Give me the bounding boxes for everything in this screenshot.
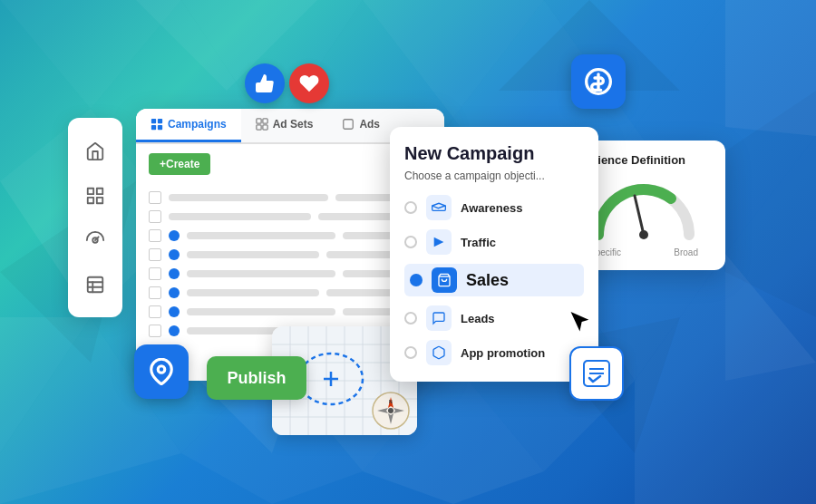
traffic-icon-box <box>426 229 452 255</box>
svg-point-50 <box>639 230 648 239</box>
awareness-radio <box>404 201 417 214</box>
svg-rect-32 <box>97 197 102 202</box>
thumbs-up-icon <box>254 73 276 94</box>
location-pin-icon <box>148 358 175 385</box>
row-dot <box>169 230 180 241</box>
checklist-icon <box>580 357 613 390</box>
app-promo-radio <box>404 346 417 359</box>
gauge-chart <box>585 176 703 244</box>
row-checkbox[interactable] <box>149 305 161 318</box>
svg-rect-30 <box>97 188 102 193</box>
leads-radio <box>404 312 417 325</box>
modal-title: New Campaign <box>404 143 584 164</box>
row-checkbox[interactable] <box>149 248 161 261</box>
awareness-label: Awareness <box>461 201 522 215</box>
svg-rect-40 <box>158 119 162 123</box>
svg-rect-42 <box>158 125 162 130</box>
app-promo-icon-box <box>426 340 452 365</box>
reaction-container <box>245 63 329 103</box>
sidebar-item-grid[interactable] <box>83 183 108 208</box>
row-bar <box>169 213 311 220</box>
svg-rect-47 <box>344 120 354 130</box>
row-checkbox[interactable] <box>149 325 161 337</box>
row-dot <box>169 306 180 317</box>
objective-awareness[interactable]: Awareness <box>404 195 584 220</box>
objective-leads[interactable]: Leads <box>404 305 584 331</box>
row-checkbox[interactable] <box>149 267 161 280</box>
row-bar <box>187 270 335 277</box>
row-dot <box>169 325 180 336</box>
tab-campaigns[interactable]: Campaigns <box>136 109 241 142</box>
gauge-label-broad: Broad <box>674 247 698 257</box>
svg-rect-45 <box>257 125 261 130</box>
svg-rect-31 <box>88 197 93 202</box>
objective-traffic[interactable]: Traffic <box>404 229 584 255</box>
leads-label: Leads <box>461 312 495 325</box>
traffic-label: Traffic <box>461 236 496 249</box>
row-checkbox[interactable] <box>149 191 161 204</box>
svg-rect-43 <box>257 119 261 123</box>
publish-button[interactable]: Publish <box>207 356 306 400</box>
row-dot <box>169 268 180 279</box>
tab-ads[interactable]: Ads <box>327 109 394 142</box>
row-checkbox[interactable] <box>149 229 161 242</box>
cursor-icon <box>568 306 594 335</box>
checklist-card[interactable] <box>569 346 624 401</box>
create-button[interactable]: +Create <box>149 153 210 175</box>
row-dot <box>169 249 180 260</box>
publish-label: Publish <box>227 369 286 388</box>
sidebar <box>68 118 122 317</box>
svg-rect-29 <box>88 188 93 193</box>
row-dot <box>169 287 180 298</box>
sales-label: Sales <box>466 271 509 290</box>
sidebar-item-home[interactable] <box>83 139 108 164</box>
location-card[interactable] <box>134 344 189 399</box>
svg-rect-46 <box>263 125 267 130</box>
objective-list: Awareness Traffic Sales Leads <box>404 195 584 365</box>
svg-text:N: N <box>389 399 393 404</box>
like-reaction[interactable] <box>245 63 285 103</box>
svg-rect-39 <box>151 119 156 123</box>
heart-icon <box>298 73 320 94</box>
traffic-radio <box>404 236 417 248</box>
svg-rect-35 <box>88 276 103 292</box>
svg-point-52 <box>158 366 165 373</box>
gauge-labels: Specific Broad <box>589 247 698 257</box>
svg-line-49 <box>635 196 644 235</box>
sidebar-item-table[interactable] <box>83 272 108 297</box>
new-campaign-modal: New Campaign Choose a campaign objecti..… <box>390 127 598 382</box>
row-bar <box>169 194 328 201</box>
row-checkbox[interactable] <box>149 286 161 299</box>
row-bar <box>187 251 319 258</box>
svg-rect-41 <box>151 125 156 130</box>
modal-subtitle: Choose a campaign objecti... <box>404 170 584 182</box>
sales-icon-box <box>432 267 457 293</box>
tab-ad-sets[interactable]: Ad Sets <box>241 109 328 142</box>
love-reaction[interactable] <box>289 63 329 103</box>
svg-point-74 <box>388 408 393 413</box>
objective-sales[interactable]: Sales <box>404 264 584 296</box>
sales-radio <box>410 274 423 286</box>
compass: N <box>372 392 410 430</box>
row-bar <box>187 308 335 315</box>
dollar-card[interactable] <box>571 54 626 109</box>
sidebar-item-gauge[interactable] <box>83 228 108 253</box>
compass-svg: N <box>372 392 410 430</box>
svg-rect-44 <box>263 119 267 123</box>
app-promo-label: App promotion <box>461 346 545 360</box>
objective-app-promotion[interactable]: App promotion <box>404 340 584 365</box>
row-bar <box>187 289 319 296</box>
row-bar <box>187 232 335 239</box>
row-checkbox[interactable] <box>149 210 161 223</box>
awareness-icon-box <box>426 195 452 220</box>
dollar-icon <box>584 67 613 96</box>
leads-icon-box <box>426 305 452 331</box>
